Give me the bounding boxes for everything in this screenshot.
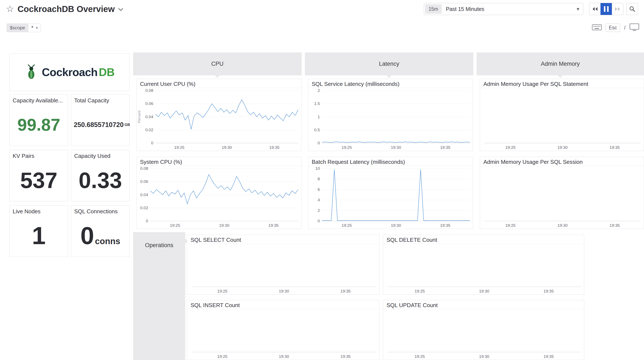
- chart-admin-memory-per-statement[interactable]: Admin Memory Usage Per SQL Statement 19:…: [480, 79, 644, 151]
- stat-value: 537: [20, 169, 58, 191]
- chart-plot: 19:2519:3019:35: [480, 88, 644, 151]
- chart-current-user-cpu[interactable]: Current User CPU (%) 00.020.040.060.0819…: [136, 79, 302, 151]
- tv-mode-icon[interactable]: [630, 23, 639, 32]
- svg-text:10: 10: [315, 166, 320, 171]
- svg-text:19:30: 19:30: [558, 145, 568, 150]
- svg-text:19:35: 19:35: [340, 289, 351, 293]
- svg-text:0.5: 0.5: [314, 128, 320, 132]
- stat-value: 250.6855710720: [74, 121, 124, 128]
- group-notch: [386, 75, 392, 78]
- group-header-admin-memory[interactable]: Admin Memory: [476, 52, 644, 75]
- svg-text:0.08: 0.08: [140, 166, 148, 171]
- svg-text:0.04: 0.04: [140, 193, 148, 197]
- stat-capacity-available[interactable]: Capacity Available... 99.87: [10, 94, 68, 146]
- logo-wordmark: CockroachDB: [42, 66, 114, 79]
- group-header-operations[interactable]: Operations: [133, 232, 185, 360]
- stat-unit: conns: [95, 236, 120, 246]
- group-notch: [215, 75, 220, 78]
- stat-label: Total Capacity: [71, 95, 130, 104]
- svg-text:6: 6: [318, 187, 320, 192]
- chart-plot: 19:2519:3019:35: [383, 309, 584, 360]
- chart-plot: 00.020.040.060.0819:2519:3019:35Percent: [136, 88, 301, 151]
- chart-title: Admin Memory Usage Per SQL Statement: [480, 79, 644, 88]
- stat-unit: GB: [124, 123, 130, 127]
- stat-label: Live Nodes: [10, 206, 68, 215]
- chart-sql-delete-count[interactable]: SQL DELETE Count 19:2519:3019:35: [383, 235, 584, 295]
- svg-text:19:35: 19:35: [340, 354, 351, 359]
- stat-capacity-used[interactable]: Capacity Used 0.33: [71, 150, 130, 201]
- rewind-icon: [592, 6, 598, 11]
- group-header-cpu[interactable]: CPU: [133, 52, 302, 75]
- svg-text:0: 0: [318, 141, 320, 145]
- svg-text:19:35: 19:35: [269, 145, 280, 150]
- svg-text:2: 2: [318, 88, 320, 93]
- time-backward-button[interactable]: [589, 3, 601, 15]
- chart-admin-memory-per-session[interactable]: Admin Memory Usage Per SQL Session 19:25…: [480, 157, 644, 229]
- group-header-latency[interactable]: Latency: [305, 52, 473, 75]
- svg-text:19:35: 19:35: [544, 354, 554, 359]
- svg-text:19:30: 19:30: [279, 289, 289, 293]
- favorite-star-icon[interactable]: ☆: [6, 4, 14, 13]
- stat-value: 1: [32, 223, 46, 248]
- time-forward-button[interactable]: [612, 3, 624, 15]
- svg-text:19:25: 19:25: [170, 223, 180, 228]
- stat-value: 99.87: [17, 116, 60, 133]
- fast-forward-icon: [615, 6, 621, 11]
- keyboard-icon[interactable]: [592, 24, 602, 31]
- svg-text:19:25: 19:25: [217, 354, 228, 359]
- pause-icon: [604, 6, 606, 12]
- chart-title: SQL INSERT Count: [187, 300, 380, 309]
- svg-text:19:30: 19:30: [391, 145, 401, 150]
- stat-live-nodes[interactable]: Live Nodes 1: [10, 205, 68, 257]
- svg-text:19:30: 19:30: [279, 354, 289, 359]
- stat-label: KV Pairs: [10, 150, 68, 159]
- svg-text:0.04: 0.04: [145, 115, 153, 119]
- chart-sql-update-count[interactable]: SQL UPDATE Count 19:2519:3019:35: [383, 300, 584, 360]
- svg-text:19:30: 19:30: [222, 145, 232, 150]
- cockroach-bug-icon: [25, 64, 38, 81]
- time-range-selector[interactable]: 15m Past 15 Minutes ▾: [424, 3, 583, 15]
- svg-text:0.02: 0.02: [140, 206, 148, 210]
- svg-text:19:30: 19:30: [558, 223, 568, 228]
- chevron-down-icon: ▾: [36, 25, 38, 30]
- chart-plot: 00.020.040.060.0819:2519:3019:35: [136, 166, 301, 229]
- chevron-down-icon[interactable]: [118, 8, 123, 12]
- chart-plot: 19:2519:3019:35: [480, 166, 644, 229]
- template-variable-scope[interactable]: $scope * ▾: [7, 23, 41, 32]
- zoom-search-button[interactable]: [626, 3, 638, 15]
- pause-button[interactable]: [600, 3, 612, 15]
- chart-sql-select-count[interactable]: SQL SELECT Count 19:2519:3019:35: [187, 235, 380, 295]
- chart-batch-request-latency[interactable]: Batch Request Latency (milliseconds) 024…: [308, 157, 473, 229]
- stat-total-capacity[interactable]: Total Capacity 250.6855710720 GB: [71, 94, 130, 146]
- svg-text:0: 0: [146, 219, 148, 223]
- group-label: Admin Memory: [541, 61, 580, 67]
- cockroachdb-logo-card[interactable]: CockroachDB: [10, 53, 130, 91]
- chart-plot: 19:2519:3019:35: [187, 244, 380, 295]
- chart-plot: 19:2519:3019:35: [383, 244, 584, 295]
- chevron-down-icon: ▾: [577, 6, 579, 12]
- svg-text:19:25: 19:25: [174, 145, 184, 150]
- svg-text:19:35: 19:35: [268, 223, 279, 228]
- svg-text:19:35: 19:35: [610, 223, 620, 228]
- template-variable-value[interactable]: * ▾: [28, 24, 41, 32]
- group-notch: [558, 75, 563, 78]
- chart-title: Batch Request Latency (milliseconds): [308, 157, 473, 166]
- keyboard-hints: Esc /: [592, 23, 639, 32]
- chart-title: SQL DELETE Count: [383, 235, 584, 244]
- chart-sql-service-latency[interactable]: SQL Service Latency (milliseconds) 00.51…: [308, 79, 473, 151]
- time-range-label: Past 15 Minutes: [442, 6, 577, 12]
- top-bar: ☆ CockroachDB Overview: [6, 0, 123, 18]
- svg-text:19:35: 19:35: [440, 223, 450, 228]
- svg-text:0.06: 0.06: [140, 179, 148, 184]
- stat-sql-connections[interactable]: SQL Connections 0 conns: [71, 205, 130, 257]
- stat-value: 0: [80, 223, 94, 248]
- chart-system-cpu[interactable]: System CPU (%) 00.020.040.060.0819:2519:…: [136, 157, 302, 229]
- svg-text:19:25: 19:25: [217, 289, 228, 293]
- chart-title: SQL Service Latency (milliseconds): [308, 79, 473, 88]
- stat-label: SQL Connections: [71, 206, 130, 215]
- chart-sql-insert-count[interactable]: SQL INSERT Count 19:2519:3019:35: [187, 300, 380, 360]
- esc-key-hint: Esc: [606, 23, 620, 32]
- svg-text:0.06: 0.06: [145, 101, 153, 106]
- chart-plot: 00.511.5219:2519:3019:35: [308, 88, 473, 151]
- stat-kv-pairs[interactable]: KV Pairs 537: [10, 150, 68, 201]
